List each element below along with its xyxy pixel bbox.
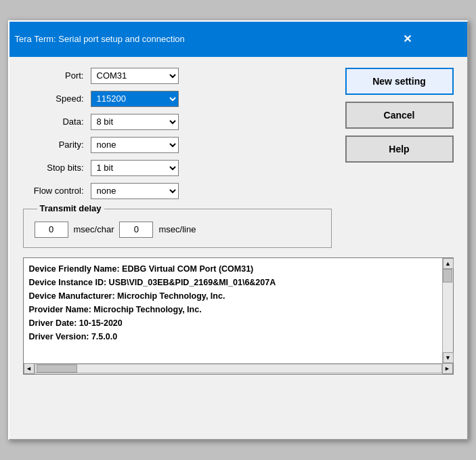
- device-info-box: Device Friendly Name: EDBG Virtual COM P…: [23, 257, 454, 375]
- data-control: 8 bit 7 bit: [91, 114, 179, 130]
- speed-label: Speed:: [23, 93, 91, 104]
- device-info-line-2: Device Instance ID: USB\VID_03EB&PID_216…: [29, 276, 430, 289]
- parity-row: Parity: none odd even mark space: [23, 137, 332, 153]
- title-bar: Tera Term: Serial port setup and connect…: [9, 22, 467, 57]
- device-info-line-1: Device Friendly Name: EDBG Virtual COM P…: [29, 262, 430, 276]
- scroll-thumb-v[interactable]: [443, 269, 452, 283]
- buttons-section: New setting Cancel Help: [345, 68, 454, 163]
- scroll-left-button[interactable]: ◄: [24, 363, 35, 374]
- transmit-delay-row: msec/char msec/line: [35, 222, 320, 238]
- vertical-scrollbar: ▲ ▼: [442, 258, 453, 363]
- stop-bits-select[interactable]: 1 bit 1.5 bit 2 bit: [91, 160, 179, 176]
- msec-char-input[interactable]: [35, 222, 68, 238]
- data-label: Data:: [23, 117, 91, 127]
- speed-select[interactable]: 115200 9600 19200 38400 57600 230400: [91, 91, 179, 107]
- port-select[interactable]: COM31: [91, 68, 179, 84]
- new-setting-button[interactable]: New setting: [345, 68, 454, 95]
- scroll-track-v: [443, 269, 453, 352]
- scroll-right-button[interactable]: ►: [442, 363, 453, 374]
- speed-control: 115200 9600 19200 38400 57600 230400: [91, 91, 179, 107]
- stop-bits-label: Stop bits:: [23, 163, 91, 173]
- parity-control: none odd even mark space: [91, 137, 179, 153]
- port-row: Port: COM31: [23, 68, 332, 84]
- msec-char-label: msec/char: [74, 224, 114, 234]
- horizontal-scrollbar: ◄ ►: [24, 363, 453, 374]
- cancel-button[interactable]: Cancel: [345, 102, 454, 129]
- parity-select[interactable]: none odd even mark space: [91, 137, 179, 153]
- transmit-delay-legend: Transmit delay: [37, 203, 104, 213]
- close-button[interactable]: ✕: [353, 26, 462, 53]
- device-info-line-3: Device Manufacturer: Microchip Technolog…: [29, 289, 430, 303]
- stop-bits-row: Stop bits: 1 bit 1.5 bit 2 bit: [23, 160, 332, 176]
- dialog-content: Port: COM31 Speed: 115200 9600 192: [9, 57, 467, 385]
- msec-line-input[interactable]: [119, 222, 153, 238]
- flow-control-row: Flow control: none hardware software xon…: [23, 183, 332, 199]
- device-info-content: Device Friendly Name: EDBG Virtual COM P…: [24, 258, 442, 352]
- parity-label: Parity:: [23, 140, 91, 150]
- form-section: Port: COM31 Speed: 115200 9600 192: [23, 68, 332, 248]
- device-info-line-4: Provider Name: Microchip Technology, Inc…: [29, 303, 430, 316]
- data-select[interactable]: 8 bit 7 bit: [91, 114, 179, 130]
- scroll-track-h: [35, 364, 442, 373]
- port-label: Port:: [23, 70, 91, 81]
- device-info-line-5: Driver Date: 10-15-2020: [29, 316, 430, 330]
- flow-control-label: Flow control:: [23, 186, 91, 196]
- port-control: COM31: [91, 68, 179, 84]
- scroll-up-button[interactable]: ▲: [443, 258, 454, 269]
- dialog-window: Tera Term: Serial port setup and connect…: [8, 20, 469, 440]
- flow-control-control: none hardware software xon/xoff: [91, 183, 179, 199]
- msec-line-label: msec/line: [158, 224, 196, 234]
- main-area: Port: COM31 Speed: 115200 9600 192: [23, 68, 454, 248]
- window-title: Tera Term: Serial port setup and connect…: [15, 34, 185, 44]
- transmit-delay-group: Transmit delay msec/char msec/line: [23, 209, 332, 248]
- data-row: Data: 8 bit 7 bit: [23, 114, 332, 130]
- scroll-down-button[interactable]: ▼: [443, 352, 454, 363]
- device-info-line-6: Driver Version: 7.5.0.0: [29, 330, 430, 343]
- stop-bits-control: 1 bit 1.5 bit 2 bit: [91, 160, 179, 176]
- scroll-thumb-h[interactable]: [37, 364, 77, 373]
- speed-row: Speed: 115200 9600 19200 38400 57600 230…: [23, 91, 332, 107]
- flow-control-select[interactable]: none hardware software xon/xoff: [91, 183, 179, 199]
- help-button[interactable]: Help: [345, 135, 454, 163]
